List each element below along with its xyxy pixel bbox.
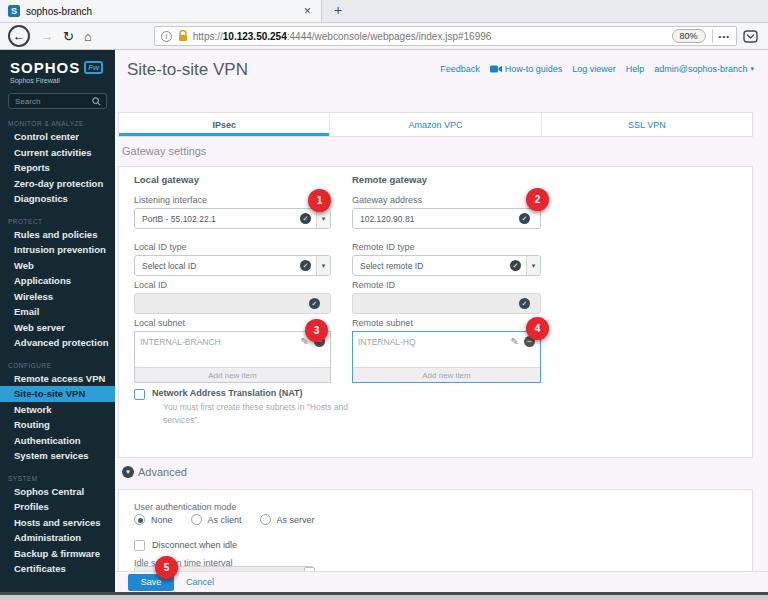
annotation-badge-1: 1 <box>308 189 331 212</box>
sophos-favicon-icon: S <box>8 5 20 17</box>
dropdown-caret-icon[interactable]: ▾ <box>526 256 540 275</box>
valid-check-icon: ✓ <box>309 298 320 309</box>
tab-ssl-vpn[interactable]: SSL VPN <box>542 113 752 136</box>
sidebar-item-hosts-and-services[interactable]: Hosts and services <box>0 515 115 531</box>
local-subnet-label: Local subnet <box>134 318 331 328</box>
remote-id-type-select[interactable]: Select remote ID ✓ ▾ <box>352 255 541 276</box>
sidebar-item-current-activities[interactable]: Current activities <box>0 145 115 161</box>
gateway-address-input[interactable]: 102.120.90.81 ✓ <box>352 208 541 229</box>
sidebar-item-system-services[interactable]: System services <box>0 448 115 464</box>
home-icon[interactable]: ⌂ <box>84 29 92 44</box>
local-id-type-select[interactable]: Select local ID ✓ ▾ <box>134 255 331 276</box>
remote-subnet-item[interactable]: INTERNAL-HQ ✎ − <box>353 332 540 351</box>
sidebar-item-email[interactable]: Email <box>0 304 115 320</box>
forward-icon[interactable]: → <box>40 29 53 44</box>
new-tab-button[interactable]: + <box>322 0 354 22</box>
page-actions-icon[interactable]: ••• <box>719 32 730 41</box>
browser-tab[interactable]: S sophos-branch × <box>0 0 322 22</box>
dropdown-caret-icon[interactable]: ▾ <box>316 256 330 275</box>
help-link[interactable]: Help <box>626 64 645 74</box>
listening-interface-label: Listening interface <box>134 195 331 205</box>
sidebar-item-zero-day-protection[interactable]: Zero-day protection <box>0 176 115 192</box>
disconnect-idle-checkbox[interactable] <box>134 540 145 551</box>
auth-mode-label: User authentication mode <box>134 502 237 512</box>
sidebar-item-applications[interactable]: Applications <box>0 273 115 289</box>
reload-icon[interactable]: ↻ <box>63 29 74 44</box>
vpn-tabs: IPsec Amazon VPC SSL VPN <box>118 112 753 137</box>
page-info-icon[interactable]: i <box>161 31 172 42</box>
sidebar-item-administration[interactable]: Administration <box>0 530 115 546</box>
advanced-toggle[interactable]: ▾ Advanced <box>122 466 187 478</box>
search-input[interactable] <box>9 97 92 106</box>
local-subnet-add-button[interactable]: Add new item <box>135 367 330 382</box>
local-subnet-box[interactable]: INTERNAL-BRANCH ✎ − Add new item <box>134 331 331 383</box>
local-id-type-label: Local ID type <box>134 242 331 252</box>
gateway-settings-panel: Local gateway Listening interface PortB … <box>118 166 753 458</box>
sidebar-item-web-server[interactable]: Web server <box>0 320 115 336</box>
remote-id-label: Remote ID <box>352 280 541 290</box>
sidebar-item-certificates[interactable]: Certificates <box>0 561 115 577</box>
sidebar-item-web[interactable]: Web <box>0 258 115 274</box>
remote-subnet-add-button[interactable]: Add new item <box>353 367 540 382</box>
howto-guides-link[interactable]: How-to guides <box>490 64 563 74</box>
save-bar: Save Cancel <box>115 571 768 592</box>
url-bar[interactable]: i https://10.123.50.254:4444/webconsole/… <box>154 26 737 46</box>
tab-close-icon[interactable]: × <box>302 4 313 18</box>
radio-as-server[interactable] <box>260 514 271 525</box>
nat-checkbox[interactable] <box>134 389 145 400</box>
remote-gateway-heading: Remote gateway <box>352 174 427 185</box>
page-title: Site-to-site VPN <box>127 60 248 80</box>
sidebar-item-routing[interactable]: Routing <box>0 417 115 433</box>
sidebar-item-profiles[interactable]: Profiles <box>0 499 115 515</box>
pocket-icon[interactable] <box>743 30 758 43</box>
sidebar-item-advanced-protection[interactable]: Advanced protection <box>0 335 115 351</box>
lock-icon[interactable] <box>178 30 188 42</box>
window-bottom-shadow <box>0 595 768 600</box>
sidebar-item-site-to-site-vpn[interactable]: Site-to-site VPN <box>0 386 115 402</box>
remote-subnet-item-label: INTERNAL-HQ <box>358 337 511 347</box>
valid-check-icon: ✓ <box>300 260 311 271</box>
nat-label: Network Address Translation (NAT) <box>152 388 368 398</box>
sidebar-item-rules-and-policies[interactable]: Rules and policies <box>0 227 115 243</box>
sidebar-item-reports[interactable]: Reports <box>0 160 115 176</box>
log-viewer-link[interactable]: Log viewer <box>572 64 616 74</box>
tab-ssl-vpn-label: SSL VPN <box>628 120 666 130</box>
sidebar-item-network[interactable]: Network <box>0 402 115 418</box>
sidebar-search[interactable] <box>8 93 107 109</box>
sidebar-item-diagnostics[interactable]: Diagnostics <box>0 191 115 207</box>
zoom-level-button[interactable]: 80% <box>672 29 706 43</box>
annotation-badge-3: 3 <box>305 319 328 342</box>
brand-text: SOPHOS <box>10 59 80 76</box>
radio-as-client-label: As client <box>208 515 242 525</box>
tab-ipsec[interactable]: IPsec <box>119 113 330 136</box>
collapse-chevron-icon: ▾ <box>122 466 134 478</box>
sidebar-item-backup-firmware[interactable]: Backup & firmware <box>0 546 115 562</box>
listening-interface-select[interactable]: PortB - 55.102.22.1 ✓ ▾ <box>134 208 331 229</box>
radio-as-client[interactable] <box>191 514 202 525</box>
cancel-button[interactable]: Cancel <box>186 577 214 587</box>
annotation-badge-4: 4 <box>526 317 549 340</box>
sidebar-item-control-center[interactable]: Control center <box>0 129 115 145</box>
sidebar-item-remote-access-vpn[interactable]: Remote access VPN <box>0 371 115 387</box>
tab-amazon-vpc[interactable]: Amazon VPC <box>330 113 541 136</box>
feedback-link[interactable]: Feedback <box>440 64 480 74</box>
radio-none[interactable] <box>134 514 145 525</box>
sidebar-item-authentication[interactable]: Authentication <box>0 433 115 449</box>
firewall-badge: Fw <box>84 61 103 74</box>
sidebar-item-wireless[interactable]: Wireless <box>0 289 115 305</box>
chevron-down-icon: ▾ <box>750 65 754 73</box>
back-icon[interactable]: ← <box>8 25 30 47</box>
listening-interface-value: PortB - 55.102.22.1 <box>142 214 300 224</box>
sidebar-item-sophos-central[interactable]: Sophos Central <box>0 484 115 500</box>
sidebar: SOPHOS Fw Sophos Firewall MONITOR & ANAL… <box>0 50 115 592</box>
admin-menu[interactable]: admin@sophos-branch ▾ <box>654 64 754 74</box>
sidebar-item-intrusion-prevention[interactable]: Intrusion prevention <box>0 242 115 258</box>
local-subnet-item[interactable]: INTERNAL-BRANCH ✎ − <box>135 332 330 351</box>
section-configure: CONFIGURE <box>8 362 115 369</box>
local-gateway-heading: Local gateway <box>134 174 199 185</box>
edit-icon[interactable]: ✎ <box>511 336 519 347</box>
gateway-address-value: 102.120.90.81 <box>360 214 519 224</box>
remote-id-input: ✓ <box>352 293 541 314</box>
gateway-address-label: Gateway address <box>352 195 541 205</box>
remote-subnet-box[interactable]: INTERNAL-HQ ✎ − Add new item <box>352 331 541 383</box>
